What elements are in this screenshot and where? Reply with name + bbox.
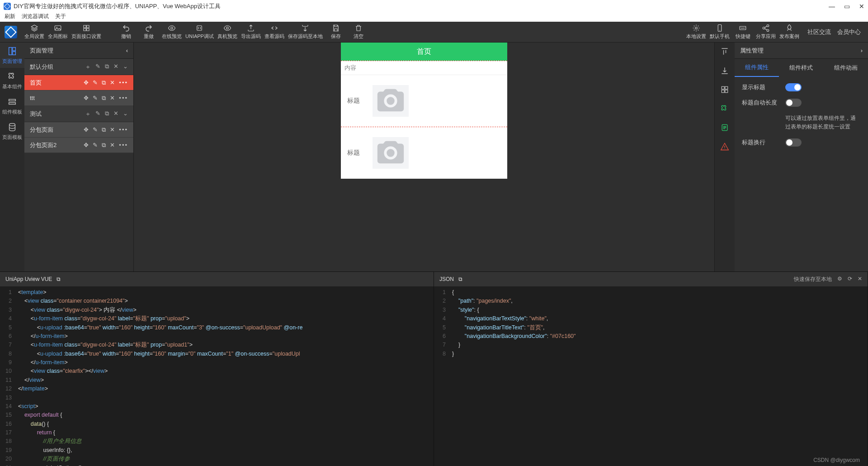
copy-icon[interactable]: ⧉ — [102, 79, 106, 86]
menu-item[interactable]: 刷新 — [5, 13, 15, 20]
toolbar-uniapp-button[interactable]: UNIAPP调试 — [184, 23, 216, 41]
page-item[interactable]: 分包页面2✥✎⧉✕••• — [24, 138, 133, 153]
keyboard-icon — [739, 24, 747, 32]
edit-icon[interactable]: ✎ — [95, 63, 100, 71]
design-canvas[interactable]: 首页 内容 标题 标题 — [134, 43, 714, 271]
tab-component-style[interactable]: 组件样式 — [779, 59, 823, 77]
form-item[interactable]: 标题 — [341, 127, 507, 179]
copy-icon[interactable]: ⧉ — [102, 126, 106, 133]
move-icon[interactable]: ✥ — [84, 142, 89, 148]
toolbar-undo-button[interactable]: 撤销 — [115, 23, 137, 41]
left-tab[interactable]: 组件模板 — [0, 93, 24, 119]
tab-component-props[interactable]: 组件属性 — [735, 59, 779, 77]
edit-icon[interactable]: ✎ — [95, 110, 100, 118]
more-icon[interactable]: ••• — [119, 142, 128, 148]
edit-icon[interactable]: ✎ — [93, 126, 98, 133]
download-icon[interactable] — [720, 66, 729, 75]
svg-point-4 — [226, 27, 229, 29]
page-item[interactable]: 分包页面✥✎⧉✕••• — [24, 122, 133, 138]
puzzle-icon[interactable] — [720, 104, 729, 113]
member-link[interactable]: 会员中心 — [837, 28, 861, 36]
copy-icon[interactable]: ⧉ — [102, 95, 106, 102]
close-button[interactable]: ✕ — [859, 3, 864, 10]
move-icon[interactable]: ✥ — [84, 79, 89, 86]
close-icon[interactable]: ✕ — [858, 276, 862, 283]
community-link[interactable]: 社区交流 — [807, 28, 831, 36]
upload-placeholder[interactable] — [373, 137, 409, 169]
warning-icon[interactable] — [720, 142, 729, 151]
page-item[interactable]: 首页✥✎⧉✕••• — [24, 75, 133, 90]
toolbar-image-button[interactable]: 全局图标 — [46, 23, 70, 41]
save-icon — [301, 24, 309, 32]
quick-save-button[interactable]: 快速保存至本地 — [794, 276, 832, 283]
copy-icon[interactable]: ⧉ — [105, 110, 109, 118]
toolbar-eye-button[interactable]: 真机预览 — [216, 23, 239, 41]
toolbar-code-button[interactable]: 查看源码 — [263, 23, 286, 41]
menu-item[interactable]: 关于 — [55, 13, 66, 20]
align-top-icon[interactable] — [720, 47, 729, 56]
copy-icon[interactable]: ⧉ — [102, 142, 106, 149]
toolbar-grid-button[interactable]: 页面接口设置 — [70, 23, 103, 41]
left-tab[interactable]: 基本组件 — [0, 68, 24, 93]
collapse-left-icon[interactable]: ‹ — [126, 47, 128, 54]
code-editor[interactable]: { "path": "pages/index", "style": { "nav… — [449, 286, 868, 466]
close-icon[interactable]: ✕ — [113, 63, 118, 71]
brand-logo-icon[interactable] — [5, 26, 17, 38]
show-title-toggle[interactable] — [785, 83, 802, 91]
toolbar-phone-button[interactable]: 默认手机 — [708, 23, 731, 41]
refresh-icon[interactable]: ⟳ — [848, 276, 852, 283]
layout-icon[interactable] — [720, 85, 729, 94]
copy-icon[interactable]: ⧉ — [105, 63, 109, 71]
close-icon[interactable]: ✕ — [113, 110, 118, 118]
code-editor[interactable]: <template> <view class="container contai… — [15, 286, 434, 466]
auto-length-toggle[interactable] — [785, 99, 802, 107]
gear-icon[interactable]: ⚙ — [837, 276, 842, 283]
title-wrap-toggle[interactable] — [785, 138, 802, 147]
maximize-button[interactable]: ▭ — [844, 3, 850, 10]
edit-icon[interactable]: ✎ — [93, 79, 98, 86]
copy-icon[interactable]: ⧉ — [57, 276, 61, 282]
edit-icon[interactable]: ✎ — [93, 142, 98, 148]
expand-right-icon[interactable]: › — [861, 47, 863, 54]
page-group-header[interactable]: 测试＋✎⧉✕⌄ — [24, 106, 133, 122]
more-icon[interactable]: ••• — [119, 79, 128, 86]
more-icon[interactable]: ••• — [119, 95, 128, 101]
menu-item[interactable]: 浏览器调试 — [22, 13, 49, 20]
close-icon[interactable]: ✕ — [110, 142, 115, 148]
chevron-down-icon[interactable]: ⌄ — [123, 63, 128, 71]
toolbar-gear-button[interactable]: 本地设置 — [684, 23, 708, 41]
close-icon[interactable]: ✕ — [110, 79, 115, 86]
left-tab[interactable]: 页面模板 — [0, 119, 24, 144]
close-icon[interactable]: ✕ — [110, 95, 115, 101]
page-item[interactable]: ttt✥✎⧉✕••• — [24, 90, 133, 106]
edit-icon[interactable]: ✎ — [93, 95, 98, 101]
toolbar-trash-button[interactable]: 清空 — [347, 23, 370, 41]
add-icon[interactable]: ＋ — [85, 63, 91, 71]
copy-icon[interactable]: ⧉ — [458, 276, 462, 282]
more-icon[interactable]: ••• — [119, 126, 128, 133]
stack-icon — [7, 97, 17, 107]
form-item[interactable]: 标题 — [341, 75, 507, 127]
upload-placeholder[interactable] — [373, 85, 409, 117]
toolbar-export-button[interactable]: 导出源码 — [239, 23, 263, 41]
svg-point-12 — [9, 123, 15, 126]
toolbar-save-button[interactable]: 保存源码至本地 — [286, 23, 325, 41]
toolbar-redo-button[interactable]: 重做 — [137, 23, 160, 41]
move-icon[interactable]: ✥ — [84, 126, 89, 133]
left-tab[interactable]: 页面管理 — [0, 43, 24, 68]
minimize-button[interactable]: — — [829, 3, 835, 10]
form-icon[interactable] — [720, 123, 729, 132]
form-label: 标题 — [347, 97, 360, 105]
toolbar-layers-button[interactable]: 全局设置 — [23, 23, 46, 41]
add-icon[interactable]: ＋ — [85, 110, 91, 118]
page-group-header[interactable]: 默认分组＋✎⧉✕⌄ — [24, 59, 133, 75]
move-icon[interactable]: ✥ — [84, 95, 89, 101]
toolbar-share-button[interactable]: 分享应用 — [754, 23, 778, 41]
toolbar-rocket-button[interactable]: 发布案例 — [778, 23, 801, 41]
toolbar-disk-button[interactable]: 保存 — [325, 23, 347, 41]
toolbar-eye-button[interactable]: 在线预览 — [160, 23, 184, 41]
close-icon[interactable]: ✕ — [110, 126, 115, 133]
toolbar-keyboard-button[interactable]: 快捷键 — [731, 23, 754, 41]
tab-component-anim[interactable]: 组件动画 — [824, 59, 868, 77]
chevron-down-icon[interactable]: ⌄ — [123, 110, 128, 118]
